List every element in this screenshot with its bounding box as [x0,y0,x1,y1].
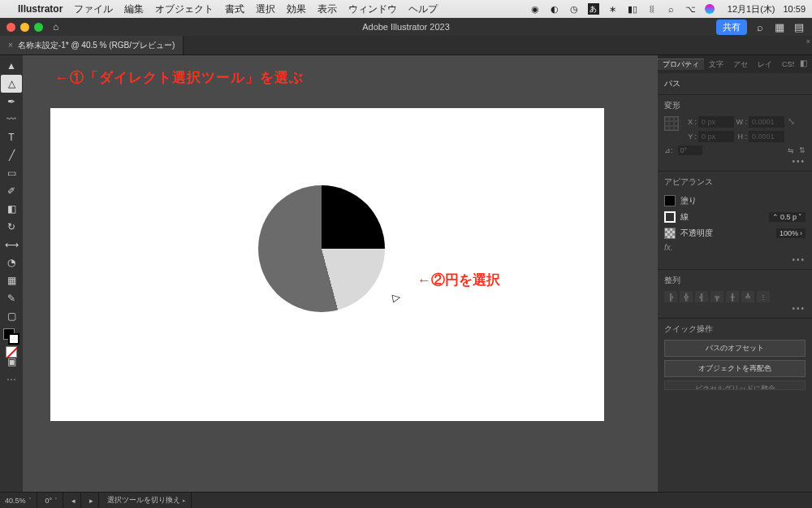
opacity-field[interactable]: 100% › [776,228,806,238]
offset-path-button[interactable]: パスのオフセット [664,340,806,357]
home-icon[interactable]: ⌂ [53,21,58,33]
edit-toolbar-icon[interactable]: ⋯ [1,371,22,389]
recolor-button[interactable]: オブジェクトを再配色 [664,360,806,377]
transform-more-icon[interactable]: ••• [664,157,806,166]
align-left-icon[interactable]: ╠ [664,291,677,302]
flip-v-icon[interactable]: ⇅ [799,146,806,154]
align-right-icon[interactable]: ╣ [695,291,708,302]
object-type-label: パス [664,78,806,89]
app-name[interactable]: Illustrator [18,3,63,15]
tab-character[interactable]: 文字 [704,59,728,70]
rotate-view-field[interactable]: 0° ˅ [41,493,64,508]
menu-object[interactable]: オブジェクト [155,2,214,16]
fill-label: 塗り [680,195,697,206]
pen-tool[interactable]: ✒ [1,93,22,111]
eyedropper-tool[interactable]: ✎ [1,289,22,307]
tab-layers[interactable]: レイ [753,59,777,70]
panel-tab-strip: プロパティ 文字 アセ レイ CSS [658,55,812,73]
eraser-tool[interactable]: ◧ [1,200,22,218]
distribute-icon[interactable]: ⋮ [757,291,770,302]
align-bottom-icon[interactable]: ╩ [741,291,754,302]
menu-help[interactable]: ヘルプ [408,2,438,16]
x-field[interactable]: 0 px [698,116,734,128]
close-button[interactable] [6,23,15,32]
share-button[interactable]: 共有 [716,20,747,35]
arrange-icon[interactable]: ▦ [773,21,786,33]
rotate-tool[interactable]: ↻ [1,218,22,236]
reference-point-widget[interactable] [664,116,679,131]
curvature-tool[interactable]: 〰 [1,111,22,128]
window-titlebar: ⌂ Adobe Illustrator 2023 共有 ⌕ ▦ ▤ [0,18,812,36]
align-top-icon[interactable]: ╦ [710,291,723,302]
nav-next-icon[interactable]: ▸ [84,493,99,508]
wifi-icon[interactable]: ⧛ [646,3,658,15]
annotation-step1: ←①「ダイレクト選択ツール」を選ぶ [55,68,304,87]
close-tab-icon[interactable]: × [8,41,13,50]
stroke-weight-field[interactable]: ⌃ 0.5 p ˅ [769,212,806,222]
shape-builder-tool[interactable]: ◔ [1,254,22,271]
constrain-proportions-icon[interactable]: ⤡ [788,116,795,127]
align-hcenter-icon[interactable]: ╬ [680,291,693,302]
status-bar: 40.5% ˅ 0° ˅ ◂ ▸ 選択ツールを切り換え ▸ [0,492,812,508]
artboard-tool[interactable]: ▢ [1,307,22,325]
workspace-switch-icon[interactable]: ▤ [793,21,806,33]
menu-type[interactable]: 書式 [225,2,244,16]
menu-view[interactable]: 表示 [317,2,337,16]
fill-swatch[interactable] [664,195,676,206]
nav-prev-icon[interactable]: ◂ [67,493,81,508]
gradient-tool[interactable]: ▦ [1,271,22,289]
pixel-grid-button[interactable]: ピクセルグリッドに整合 [664,380,806,390]
line-icon[interactable]: ◐ [549,3,560,15]
creative-cloud-icon[interactable]: ◉ [529,3,541,15]
clock-icon[interactable]: ◷ [568,3,580,15]
maximize-button[interactable] [34,23,43,32]
panel-icon-1[interactable]: ◧ [800,59,807,67]
paintbrush-tool[interactable]: ✐ [1,182,22,200]
ime-icon[interactable]: あ [588,3,599,15]
window-title: Adobe Illustrator 2023 [362,22,450,32]
siri-icon[interactable] [705,4,715,14]
menu-edit[interactable]: 編集 [124,2,144,16]
toolbar: ▲ △ ✒ 〰 T ╱ ▭ ✐ ◧ ↻ ⟷ ◔ ▦ ✎ ▢ ▣ ⋯ [0,55,23,492]
menubar-time[interactable]: 10:59 [783,4,806,14]
menu-effect[interactable]: 効果 [287,2,306,16]
minimize-button[interactable] [20,23,29,32]
document-tab[interactable]: × 名称未設定-1* @ 40.5 % (RGB/プレビュー) [0,36,184,54]
menubar-date[interactable]: 12月1日(木) [728,3,775,15]
search-icon[interactable]: ⌕ [754,21,767,33]
battery-icon[interactable]: ▮▯ [627,3,638,15]
opacity-swatch[interactable] [664,228,676,239]
rectangle-tool[interactable]: ▭ [1,164,22,182]
tab-properties[interactable]: プロパティ [658,59,704,70]
h-field[interactable]: 0.0001 [749,131,784,142]
stroke-swatch[interactable] [664,211,676,223]
tab-assets[interactable]: アセ [728,59,753,70]
artboard[interactable]: ▷ ←②円を選択 [50,108,604,421]
y-field[interactable]: 0 px [698,131,734,142]
w-field[interactable]: 0.0001 [749,116,784,128]
fill-stroke-swatch[interactable] [3,328,19,345]
bluetooth-icon[interactable]: ∗ [607,3,619,15]
selection-tool[interactable]: ▲ [1,57,22,75]
width-tool[interactable]: ⟷ [1,236,22,254]
annotation-step2: ←②円を選択 [417,271,500,289]
menu-window[interactable]: ウィンドウ [348,2,397,16]
pie-chart-object[interactable] [258,185,385,312]
appearance-more-icon[interactable]: ••• [664,255,806,264]
align-vcenter-icon[interactable]: ╫ [726,291,739,302]
flip-h-icon[interactable]: ⇋ [788,146,794,154]
control-center-icon[interactable]: ⌥ [685,3,697,15]
menu-select[interactable]: 選択 [256,2,275,16]
panel-collapse-icon[interactable]: × [806,37,810,46]
zoom-field[interactable]: 40.5% ˅ [0,493,37,508]
align-more-icon[interactable]: ••• [664,304,806,313]
spotlight-icon[interactable]: ⌕ [666,3,677,15]
canvas-area[interactable]: ←①「ダイレクト選択ツール」を選ぶ ▷ ←②円を選択 [23,55,658,492]
direct-selection-tool[interactable]: △ [1,75,22,93]
status-hint-menu-icon[interactable]: ▸ [183,497,186,504]
angle-field[interactable]: 0° [678,145,702,155]
type-tool[interactable]: T [1,128,22,146]
fx-label[interactable]: fx. [664,241,806,254]
menu-file[interactable]: ファイル [74,2,113,16]
line-tool[interactable]: ╱ [1,146,22,164]
